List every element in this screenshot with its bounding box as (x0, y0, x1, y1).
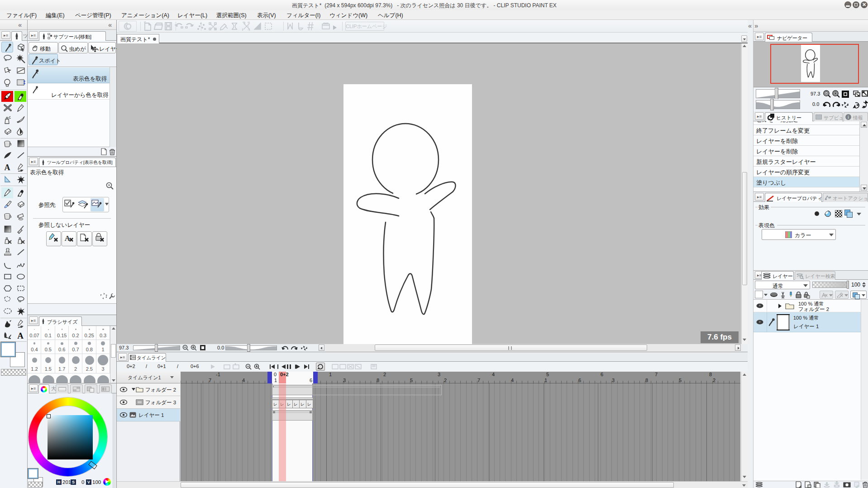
svg-text:A: A (5, 163, 10, 172)
svg-text:A: A (17, 331, 24, 340)
